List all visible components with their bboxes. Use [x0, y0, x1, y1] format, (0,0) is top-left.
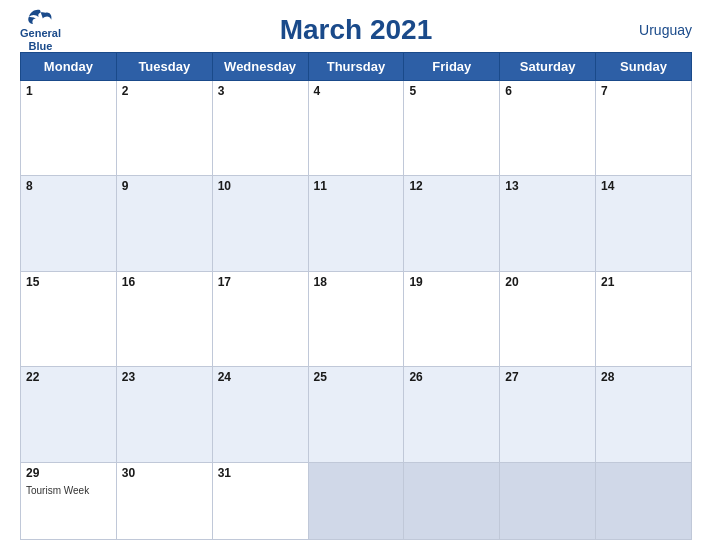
day-number: 29 — [26, 466, 111, 480]
country-label: Uruguay — [639, 22, 692, 38]
day-number: 27 — [505, 370, 590, 384]
day-number: 10 — [218, 179, 303, 193]
day-number: 31 — [218, 466, 303, 480]
weekday-header-thursday: Thursday — [308, 53, 404, 81]
calendar-table: MondayTuesdayWednesdayThursdayFridaySatu… — [20, 52, 692, 540]
weekday-header-sunday: Sunday — [596, 53, 692, 81]
day-number: 23 — [122, 370, 207, 384]
calendar-cell: 8 — [21, 176, 117, 271]
day-number: 20 — [505, 275, 590, 289]
day-number: 3 — [218, 84, 303, 98]
calendar-cell — [404, 462, 500, 539]
calendar-cell — [308, 462, 404, 539]
day-number: 8 — [26, 179, 111, 193]
calendar-header: General Blue March 2021 Uruguay — [20, 14, 692, 46]
calendar-cell: 17 — [212, 271, 308, 366]
day-number: 16 — [122, 275, 207, 289]
day-number: 26 — [409, 370, 494, 384]
calendar-cell: 19 — [404, 271, 500, 366]
day-number: 1 — [26, 84, 111, 98]
calendar-cell — [596, 462, 692, 539]
day-number: 25 — [314, 370, 399, 384]
calendar-cell: 4 — [308, 81, 404, 176]
calendar-week-row: 22232425262728 — [21, 367, 692, 462]
logo-general-text: General — [20, 27, 61, 40]
day-number: 14 — [601, 179, 686, 193]
calendar-cell: 23 — [116, 367, 212, 462]
day-number: 15 — [26, 275, 111, 289]
calendar-cell: 21 — [596, 271, 692, 366]
logo-blue-text: Blue — [29, 40, 53, 53]
calendar-cell: 30 — [116, 462, 212, 539]
calendar-cell: 26 — [404, 367, 500, 462]
calendar-cell: 18 — [308, 271, 404, 366]
weekday-header-saturday: Saturday — [500, 53, 596, 81]
calendar-cell: 3 — [212, 81, 308, 176]
day-number: 6 — [505, 84, 590, 98]
calendar-cell — [500, 462, 596, 539]
weekday-header-row: MondayTuesdayWednesdayThursdayFridaySatu… — [21, 53, 692, 81]
calendar-cell: 10 — [212, 176, 308, 271]
day-number: 12 — [409, 179, 494, 193]
day-number: 2 — [122, 84, 207, 98]
weekday-header-monday: Monday — [21, 53, 117, 81]
calendar-cell: 14 — [596, 176, 692, 271]
page-title: March 2021 — [280, 14, 433, 46]
calendar-week-row: 891011121314 — [21, 176, 692, 271]
logo: General Blue — [20, 7, 61, 53]
day-number: 21 — [601, 275, 686, 289]
event-label: Tourism Week — [26, 485, 89, 496]
day-number: 19 — [409, 275, 494, 289]
calendar-cell: 1 — [21, 81, 117, 176]
calendar-cell: 22 — [21, 367, 117, 462]
calendar-cell: 9 — [116, 176, 212, 271]
day-number: 9 — [122, 179, 207, 193]
day-number: 11 — [314, 179, 399, 193]
calendar-cell: 28 — [596, 367, 692, 462]
calendar-cell: 16 — [116, 271, 212, 366]
weekday-header-tuesday: Tuesday — [116, 53, 212, 81]
calendar-week-row: 1234567 — [21, 81, 692, 176]
calendar-cell: 12 — [404, 176, 500, 271]
day-number: 24 — [218, 370, 303, 384]
calendar-week-row: 29Tourism Week3031 — [21, 462, 692, 539]
weekday-header-wednesday: Wednesday — [212, 53, 308, 81]
day-number: 4 — [314, 84, 399, 98]
calendar-cell: 2 — [116, 81, 212, 176]
calendar-cell: 6 — [500, 81, 596, 176]
calendar-cell: 20 — [500, 271, 596, 366]
day-number: 7 — [601, 84, 686, 98]
calendar-cell: 27 — [500, 367, 596, 462]
calendar-cell: 24 — [212, 367, 308, 462]
calendar-cell: 13 — [500, 176, 596, 271]
day-number: 18 — [314, 275, 399, 289]
calendar-cell: 7 — [596, 81, 692, 176]
day-number: 28 — [601, 370, 686, 384]
calendar-cell: 11 — [308, 176, 404, 271]
calendar-cell: 5 — [404, 81, 500, 176]
day-number: 5 — [409, 84, 494, 98]
day-number: 22 — [26, 370, 111, 384]
weekday-header-friday: Friday — [404, 53, 500, 81]
calendar-cell: 25 — [308, 367, 404, 462]
day-number: 30 — [122, 466, 207, 480]
day-number: 13 — [505, 179, 590, 193]
day-number: 17 — [218, 275, 303, 289]
calendar-week-row: 15161718192021 — [21, 271, 692, 366]
calendar-cell: 15 — [21, 271, 117, 366]
calendar-cell: 29Tourism Week — [21, 462, 117, 539]
calendar-cell: 31 — [212, 462, 308, 539]
